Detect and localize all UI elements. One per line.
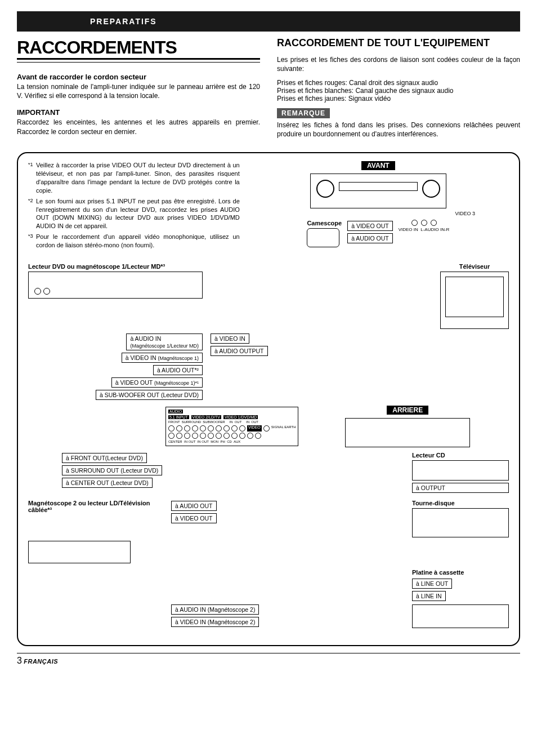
tv-icon (440, 272, 509, 329)
conn-vcr2-video-out: à VIDEO OUT (171, 513, 217, 523)
cd-icon (412, 460, 509, 481)
footnote-2: Le son fourni aux prises 5.1 INPUT ne pe… (36, 197, 240, 230)
page-title: RACCORDEMENTS (17, 37, 260, 60)
right-title: RACCORDEMENT DE TOUT L'EQUIPEMENT (277, 37, 520, 50)
jack-icon (411, 220, 418, 226)
conn-tv-video-in: à VIDEO IN (211, 333, 249, 344)
two-column-intro: RACCORDEMENTS Avant de raccorder le cord… (17, 37, 520, 144)
section-header-band: PREPARATIFS (17, 11, 520, 32)
color-intro: Les prises et les fiches des cordons de … (277, 55, 520, 73)
video3-label: VIDEO 3 (248, 211, 475, 216)
footnote-3: Pour le raccordement d'un appareil vidéo… (36, 233, 240, 250)
tv-label: Téléviseur (440, 263, 509, 270)
vcr2-icon (28, 541, 131, 563)
before-cord-text: La tension nominale de l'ampli-tuner ind… (17, 82, 260, 100)
receiver-front-drawing (310, 174, 446, 208)
title-underline (17, 62, 260, 63)
color-line-red: Prises et fiches rouges: Canal droit des… (277, 79, 520, 87)
conn-video-out-vcr1: à VIDEO OUT (Magnétoscope 1)*¹ (111, 377, 203, 388)
knob-right-icon (422, 180, 440, 198)
conn-to-video-out-cam: à VIDEO OUT (347, 221, 393, 231)
note-badge: REMARQUE (277, 108, 330, 118)
laudio-in-r-label: L-AUDIO IN-R (420, 227, 449, 232)
conn-vcr2-audio-out: à AUDIO OUT (171, 501, 217, 511)
footer-language: FRANÇAIS (24, 658, 58, 665)
page-footer: 3 FRANÇAIS (17, 653, 520, 666)
page-number: 3 (17, 656, 22, 665)
rear-jack-panel: AUDIO 5.1 INPUT VIDEO 2/LD/TV VIDEO 1/DV… (165, 407, 298, 446)
jack-icon (431, 220, 437, 226)
display-window-icon (339, 182, 418, 191)
dvd-player-icon (28, 272, 203, 299)
knob-left-icon (316, 180, 334, 198)
important-text: Raccordez les enceintes, les antennes et… (17, 118, 260, 136)
conn-audio-in: à AUDIO IN(Magnétoscope 1/Lecteur MD) (126, 333, 203, 350)
avant-badge: AVANT (361, 161, 395, 170)
conn-subwoofer-out: à SUB-WOOFER OUT (Lecteur DVD) (96, 390, 203, 400)
conn-audio-out-star2: à AUDIO OUT*² (153, 365, 203, 375)
connection-diagram: *1Veillez à raccorder la prise VIDEO OUT… (17, 152, 520, 646)
conn-cd-output: à OUTPUT (412, 483, 509, 493)
receiver-rear-drawing (345, 418, 470, 447)
video-in-jack-label: VIDEO IN (399, 227, 418, 232)
conn-center-out: à CENTER OUT (Lecteur DVD) (62, 478, 153, 488)
note-body: Insérez les fiches à fond dans les prise… (277, 121, 520, 139)
cassette-label: Platine à cassette (412, 569, 509, 576)
conn-video-in-vcr1: à VIDEO IN (Magnétoscope 1) (122, 353, 203, 363)
left-column: RACCORDEMENTS Avant de raccorder le cord… (17, 37, 260, 144)
footnotes-block: *1Veillez à raccorder la prise VIDEO OUT… (28, 161, 240, 251)
cd-label: Lecteur CD (412, 452, 509, 459)
camescope-label: Camescope (307, 220, 342, 226)
dvd-title: Lecteur DVD ou magnétoscope 1/Lecteur MD… (28, 263, 203, 270)
cassette-icon (412, 604, 509, 628)
right-column: RACCORDEMENT DE TOUT L'EQUIPEMENT Les pr… (277, 37, 520, 144)
arriere-badge: ARRIERE (387, 406, 428, 415)
conn-to-audio-out-cam: à AUDIO OUT (347, 233, 393, 243)
camcorder-icon (307, 228, 339, 247)
subhead-before-cord: Avant de raccorder le cordon secteur (17, 73, 260, 81)
vcr2-title: Magnétoscope 2 ou lecteur LD/Télévision … (28, 500, 163, 513)
subhead-important: IMPORTANT (17, 108, 260, 117)
color-line-yellow: Prises et fiches jaunes: Signaux vidéo (277, 95, 520, 103)
conn-vcr2-video-in: à VIDEO IN (Magnétoscope 2) (171, 617, 259, 627)
jack-icon (421, 220, 427, 226)
footnote-1: Veillez à raccorder la prise VIDEO OUT d… (36, 161, 240, 194)
turntable-label: Tourne-disque (412, 500, 509, 506)
turntable-icon (412, 508, 509, 537)
conn-cassette-line-out: à LINE OUT (412, 579, 452, 589)
conn-vcr2-audio-in: à AUDIO IN (Magnétoscope 2) (171, 604, 259, 615)
front-panel-area: AVANT VIDEO 3 Camescope à VIDEO OUT à AU… (248, 161, 509, 247)
conn-cassette-line-in: à LINE IN (412, 591, 446, 601)
conn-front-out: à FRONT OUT(Lecteur DVD) (62, 453, 147, 463)
conn-surround-out: à SURROUND OUT (Lecteur DVD) (62, 465, 162, 475)
color-line-white: Prises et fiches blanches: Canal gauche … (277, 87, 520, 95)
conn-tv-audio-output: à AUDIO OUTPUT (211, 346, 268, 356)
